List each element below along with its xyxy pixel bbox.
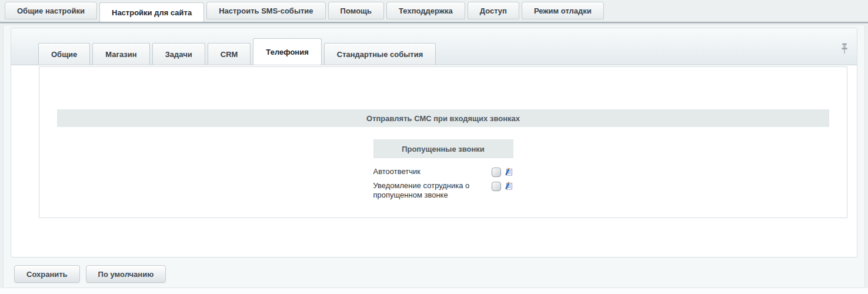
missed-call-notification-checkbox[interactable] [492,182,501,191]
detail-panel: Общие Магазин Задачи CRM Телефония Станд… [11,28,857,258]
autoresponder-label: Автоответчик [373,167,492,176]
edit-template-icon[interactable] [504,181,513,191]
tab-standard-events[interactable]: Стандартные события [324,43,436,65]
tab-shop[interactable]: Магазин [92,43,149,65]
tab-content-telephony: Отправлять СМС при входящих звонках Проп… [39,66,847,218]
settings-tab-bar: Общие настройки Настройки для сайта Наст… [0,0,868,19]
section-header: Отправлять СМС при входящих звонках [57,109,829,127]
tab-telephony[interactable]: Телефония [253,38,321,65]
tab-site-settings[interactable]: Настройки для сайта [99,2,204,22]
settings-rows: Автоответчик [373,167,513,200]
row-autoresponder: Автоответчик [373,167,513,177]
tab-crm[interactable]: CRM [208,43,251,65]
tab-common[interactable]: Общие [38,43,90,65]
missed-calls-group: Пропущенные звонки Автоответчик [373,139,513,200]
defaults-button[interactable]: По умолчанию [86,265,166,283]
tab-general-settings[interactable]: Общие настройки [5,2,97,19]
tab-bar-divider [0,22,868,24]
tab-tech-support[interactable]: Техподдержка [386,2,465,19]
missed-call-notification-label: Уведомление сотрудника о пропущенном зво… [373,181,492,200]
tab-debug-mode[interactable]: Режим отладки [522,2,604,19]
tab-tasks[interactable]: Задачи [152,43,205,65]
save-button[interactable]: Сохранить [14,265,80,283]
settings-form-area: Общие Магазин Задачи CRM Телефония Станд… [3,25,865,288]
detail-tab-strip: Общие Магазин Задачи CRM Телефония Станд… [11,28,857,65]
autoresponder-checkbox[interactable] [492,168,501,177]
row-missed-call-notification: Уведомление сотрудника о пропущенном зво… [373,181,513,200]
tab-access[interactable]: Доступ [468,2,519,19]
pin-icon[interactable] [840,43,849,55]
tab-help[interactable]: Помощь [328,2,384,19]
edit-template-icon[interactable] [504,167,513,176]
form-buttons: Сохранить По умолчанию [14,265,864,283]
group-header: Пропущенные звонки [373,139,513,158]
tab-configure-sms-event[interactable]: Настроить SMS-событие [206,2,325,19]
page-bottom-strip [0,288,868,294]
